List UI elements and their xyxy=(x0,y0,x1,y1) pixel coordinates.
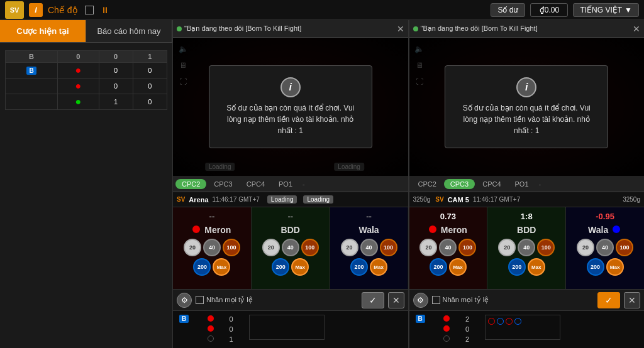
language-button[interactable]: TIẾNG VIỆT ▼ xyxy=(573,3,639,17)
chip-40-bdd-2[interactable]: 40 xyxy=(518,239,535,256)
score-table-1: B 0 0 xyxy=(177,313,404,344)
score-b-badge-2: B xyxy=(416,315,425,323)
chip-100-wala-2[interactable]: 100 xyxy=(616,239,633,256)
chip-100-bdd-1[interactable]: 100 xyxy=(301,239,319,256)
action-row-2: ⚙ Nhân mọi tỷ lệ ✓ ✕ xyxy=(409,289,645,310)
chip-20-wala-1[interactable]: 20 xyxy=(341,239,358,256)
chip-max-wala-2[interactable]: Max xyxy=(606,258,624,276)
panel-close-1[interactable]: ✕ xyxy=(397,24,404,33)
meron-name-2: Meron xyxy=(429,225,467,235)
tab-cpc2-2[interactable]: CPC2 xyxy=(412,179,443,189)
chip-max-bdd-2[interactable]: Max xyxy=(528,258,545,276)
panel-titlebar-2: "Bạn đang theo dõi [Born To Kill Fight] … xyxy=(409,20,645,38)
nhan-ty-le-checkbox-1[interactable] xyxy=(196,296,204,304)
chip-max-meron-1[interactable]: Max xyxy=(213,258,230,276)
arena-time-2: 11:46:17 GMT+7 xyxy=(473,196,520,203)
tab-cpc3-2[interactable]: CPC3 xyxy=(444,179,475,189)
checkbox-wrap-1: Nhân mọi tỷ lệ xyxy=(196,296,253,304)
status-dot-2 xyxy=(413,26,418,31)
tab-cpc2-1[interactable]: CPC2 xyxy=(175,179,206,189)
cancel-button-2[interactable]: ✕ xyxy=(624,292,640,308)
tab-po1-2[interactable]: PO1 xyxy=(509,179,535,189)
chip-200-bdd-2[interactable]: 200 xyxy=(508,258,526,276)
chip-20-meron-1[interactable]: 20 xyxy=(184,239,201,256)
nhan-ty-le-checkbox-2[interactable] xyxy=(432,296,440,304)
bdd-chips-2: 20 40 100 200 Max xyxy=(489,239,564,276)
chip-20-bdd-2[interactable]: 20 xyxy=(498,239,516,256)
video-area-1: 🔈 🖥 ⛶ i Số dư của bạn còn quá ít để chơi… xyxy=(173,38,408,176)
chip-20-bdd-1[interactable]: 20 xyxy=(262,239,280,256)
chip-40-bdd-1[interactable]: 40 xyxy=(282,239,299,256)
chip-100-bdd-2[interactable]: 100 xyxy=(537,239,555,256)
chevron-down-icon: ▼ xyxy=(625,6,632,14)
so-du-button[interactable]: Số dư xyxy=(491,3,525,17)
tab-cpc4-1[interactable]: CPC4 xyxy=(240,179,271,189)
meron-ratio-1: -- xyxy=(209,210,215,222)
panel-close-2[interactable]: ✕ xyxy=(633,24,640,33)
alert-overlay-2: i Số dư của bạn còn quá ít để chơi. Vui … xyxy=(409,38,645,176)
arena-name-2: CAM 5 xyxy=(448,196,469,204)
chip-max-bdd-1[interactable]: Max xyxy=(291,258,309,276)
cancel-button-1[interactable]: ✕ xyxy=(388,292,404,308)
chip-max-wala-1[interactable]: Max xyxy=(370,258,387,276)
score-circle-1 xyxy=(488,318,495,325)
tabs-row-2: CPC2 CPC3 CPC4 PO1 - xyxy=(409,176,645,192)
chip-20-meron-2[interactable]: 20 xyxy=(419,239,437,256)
bet-col-bdd-1: -- BDD 20 40 100 200 Max xyxy=(252,207,330,289)
arena-logo-1: SV xyxy=(177,196,185,203)
score-b-badge-1: B xyxy=(179,315,189,323)
confirm-button-2[interactable]: ✓ xyxy=(597,292,620,308)
alert-text-1: Số dư của bạn còn quá ít để chơi. Vui lò… xyxy=(225,102,357,136)
score-table-row: B 0 xyxy=(177,313,404,324)
arena-name-1: Arena xyxy=(189,196,208,204)
score-dot-1b xyxy=(208,325,214,332)
betting-area-2: 0.73 Meron 20 40 100 200 Max 1:8 xyxy=(409,207,645,289)
chip-200-bdd-1[interactable]: 200 xyxy=(272,258,289,276)
status-dot-1 xyxy=(177,26,182,31)
alert-text-2: Số dư của bạn còn quá ít để chơi. Vui lò… xyxy=(460,102,592,136)
arena-loading-left-1: Loading xyxy=(267,195,297,204)
settings-button-1[interactable]: ⚙ xyxy=(177,293,192,308)
tab-report[interactable]: Báo cáo hôm nay xyxy=(86,20,172,42)
chip-100-meron-2[interactable]: 100 xyxy=(458,239,476,256)
bdd-chips-1: 20 40 100 200 Max xyxy=(253,239,328,276)
tab-current-bets[interactable]: Cược hiện tại xyxy=(0,20,86,42)
weight-left-2: 3250g xyxy=(413,196,431,203)
betting-area-1: -- Meron 20 40 100 200 Max -- xyxy=(173,207,408,289)
sidebar-tabs: Cược hiện tại Báo cáo hôm nay xyxy=(0,20,172,43)
main-layout: Cược hiện tại Báo cáo hôm nay B 0 0 1 B … xyxy=(0,20,644,348)
tab-cpc3-1[interactable]: CPC3 xyxy=(208,179,238,189)
chip-40-wala-1[interactable]: 40 xyxy=(360,239,378,256)
tab-cpc4-2[interactable]: CPC4 xyxy=(476,179,507,189)
video-area-2: 🔈 🖥 ⛶ i Số dư của bạn còn quá ít để chơi… xyxy=(409,38,645,176)
score-row-1: B 0 0 xyxy=(173,310,408,348)
tab-dash-1: - xyxy=(300,180,308,188)
chip-100-wala-1[interactable]: 100 xyxy=(380,239,397,256)
score-dot-2c xyxy=(443,335,450,342)
dot-green: ● xyxy=(75,96,81,107)
chip-40-meron-2[interactable]: 40 xyxy=(439,239,457,256)
che-do-checkbox[interactable] xyxy=(85,6,94,14)
chip-200-wala-1[interactable]: 200 xyxy=(350,258,368,276)
info-icon[interactable]: i xyxy=(29,3,43,17)
wala-ratio-1: -- xyxy=(366,210,372,222)
chip-40-wala-2[interactable]: 40 xyxy=(596,239,614,256)
confirm-button-1[interactable]: ✓ xyxy=(362,292,384,308)
chip-40-meron-1[interactable]: 40 xyxy=(203,239,221,256)
bdd-name-2: BDD xyxy=(517,225,536,235)
table-row: B ● 0 0 xyxy=(6,63,167,79)
settings-button-2[interactable]: ⚙ xyxy=(413,293,428,308)
score-circle-3 xyxy=(506,318,513,325)
chip-200-wala-2[interactable]: 200 xyxy=(587,258,604,276)
tab-po1-1[interactable]: PO1 xyxy=(272,179,299,189)
chip-200-meron-1[interactable]: 200 xyxy=(193,258,211,276)
col-1: 1 xyxy=(133,51,167,63)
chip-100-meron-1[interactable]: 100 xyxy=(223,239,240,256)
sidebar: Cược hiện tại Báo cáo hôm nay B 0 0 1 B … xyxy=(0,20,173,348)
chip-200-meron-2[interactable]: 200 xyxy=(430,258,447,276)
chip-20-wala-2[interactable]: 20 xyxy=(577,239,594,256)
chip-max-meron-2[interactable]: Max xyxy=(449,258,467,276)
pause-icon[interactable]: ⏸ xyxy=(101,5,109,15)
alert-box-1: i Số dư của bạn còn quá ít để chơi. Vui … xyxy=(209,65,372,148)
score-dot-2b xyxy=(443,325,450,332)
